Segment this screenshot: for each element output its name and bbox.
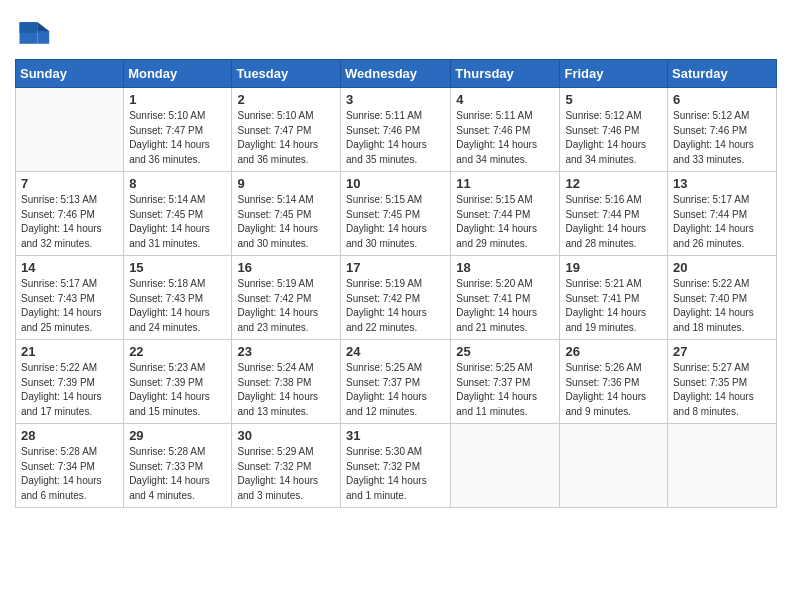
calendar-cell: 3Sunrise: 5:11 AM Sunset: 7:46 PM Daylig… bbox=[341, 88, 451, 172]
day-info: Sunrise: 5:17 AM Sunset: 7:43 PM Dayligh… bbox=[21, 277, 118, 335]
day-number: 2 bbox=[237, 92, 335, 107]
day-number: 20 bbox=[673, 260, 771, 275]
day-number: 23 bbox=[237, 344, 335, 359]
day-number: 14 bbox=[21, 260, 118, 275]
calendar-cell: 8Sunrise: 5:14 AM Sunset: 7:45 PM Daylig… bbox=[124, 172, 232, 256]
day-info: Sunrise: 5:14 AM Sunset: 7:45 PM Dayligh… bbox=[129, 193, 226, 251]
calendar-cell: 10Sunrise: 5:15 AM Sunset: 7:45 PM Dayli… bbox=[341, 172, 451, 256]
day-number: 5 bbox=[565, 92, 662, 107]
day-number: 30 bbox=[237, 428, 335, 443]
day-number: 21 bbox=[21, 344, 118, 359]
day-number: 19 bbox=[565, 260, 662, 275]
calendar-week-row: 28Sunrise: 5:28 AM Sunset: 7:34 PM Dayli… bbox=[16, 424, 777, 508]
day-info: Sunrise: 5:11 AM Sunset: 7:46 PM Dayligh… bbox=[456, 109, 554, 167]
calendar-cell: 29Sunrise: 5:28 AM Sunset: 7:33 PM Dayli… bbox=[124, 424, 232, 508]
calendar-week-row: 21Sunrise: 5:22 AM Sunset: 7:39 PM Dayli… bbox=[16, 340, 777, 424]
calendar-cell: 26Sunrise: 5:26 AM Sunset: 7:36 PM Dayli… bbox=[560, 340, 668, 424]
day-number: 16 bbox=[237, 260, 335, 275]
day-info: Sunrise: 5:19 AM Sunset: 7:42 PM Dayligh… bbox=[346, 277, 445, 335]
calendar-cell: 13Sunrise: 5:17 AM Sunset: 7:44 PM Dayli… bbox=[668, 172, 777, 256]
day-number: 7 bbox=[21, 176, 118, 191]
calendar-table: SundayMondayTuesdayWednesdayThursdayFrid… bbox=[15, 59, 777, 508]
calendar-cell: 23Sunrise: 5:24 AM Sunset: 7:38 PM Dayli… bbox=[232, 340, 341, 424]
main-container: SundayMondayTuesdayWednesdayThursdayFrid… bbox=[0, 0, 792, 523]
day-number: 1 bbox=[129, 92, 226, 107]
calendar-cell: 28Sunrise: 5:28 AM Sunset: 7:34 PM Dayli… bbox=[16, 424, 124, 508]
calendar-cell: 31Sunrise: 5:30 AM Sunset: 7:32 PM Dayli… bbox=[341, 424, 451, 508]
day-number: 26 bbox=[565, 344, 662, 359]
day-info: Sunrise: 5:16 AM Sunset: 7:44 PM Dayligh… bbox=[565, 193, 662, 251]
weekday-header-sunday: Sunday bbox=[16, 60, 124, 88]
day-number: 8 bbox=[129, 176, 226, 191]
day-number: 13 bbox=[673, 176, 771, 191]
day-number: 18 bbox=[456, 260, 554, 275]
day-info: Sunrise: 5:25 AM Sunset: 7:37 PM Dayligh… bbox=[346, 361, 445, 419]
day-info: Sunrise: 5:29 AM Sunset: 7:32 PM Dayligh… bbox=[237, 445, 335, 503]
day-info: Sunrise: 5:12 AM Sunset: 7:46 PM Dayligh… bbox=[565, 109, 662, 167]
day-info: Sunrise: 5:22 AM Sunset: 7:40 PM Dayligh… bbox=[673, 277, 771, 335]
calendar-cell: 12Sunrise: 5:16 AM Sunset: 7:44 PM Dayli… bbox=[560, 172, 668, 256]
calendar-cell: 21Sunrise: 5:22 AM Sunset: 7:39 PM Dayli… bbox=[16, 340, 124, 424]
day-info: Sunrise: 5:15 AM Sunset: 7:44 PM Dayligh… bbox=[456, 193, 554, 251]
day-number: 31 bbox=[346, 428, 445, 443]
weekday-header-wednesday: Wednesday bbox=[341, 60, 451, 88]
calendar-week-row: 14Sunrise: 5:17 AM Sunset: 7:43 PM Dayli… bbox=[16, 256, 777, 340]
day-info: Sunrise: 5:13 AM Sunset: 7:46 PM Dayligh… bbox=[21, 193, 118, 251]
day-number: 10 bbox=[346, 176, 445, 191]
calendar-cell: 11Sunrise: 5:15 AM Sunset: 7:44 PM Dayli… bbox=[451, 172, 560, 256]
day-info: Sunrise: 5:28 AM Sunset: 7:34 PM Dayligh… bbox=[21, 445, 118, 503]
svg-rect-4 bbox=[20, 22, 38, 33]
day-info: Sunrise: 5:15 AM Sunset: 7:45 PM Dayligh… bbox=[346, 193, 445, 251]
calendar-week-row: 1Sunrise: 5:10 AM Sunset: 7:47 PM Daylig… bbox=[16, 88, 777, 172]
calendar-cell: 2Sunrise: 5:10 AM Sunset: 7:47 PM Daylig… bbox=[232, 88, 341, 172]
calendar-cell: 19Sunrise: 5:21 AM Sunset: 7:41 PM Dayli… bbox=[560, 256, 668, 340]
day-number: 24 bbox=[346, 344, 445, 359]
day-number: 6 bbox=[673, 92, 771, 107]
header bbox=[15, 10, 777, 51]
calendar-cell: 6Sunrise: 5:12 AM Sunset: 7:46 PM Daylig… bbox=[668, 88, 777, 172]
day-number: 9 bbox=[237, 176, 335, 191]
calendar-cell: 25Sunrise: 5:25 AM Sunset: 7:37 PM Dayli… bbox=[451, 340, 560, 424]
calendar-cell: 17Sunrise: 5:19 AM Sunset: 7:42 PM Dayli… bbox=[341, 256, 451, 340]
weekday-header-row: SundayMondayTuesdayWednesdayThursdayFrid… bbox=[16, 60, 777, 88]
day-number: 25 bbox=[456, 344, 554, 359]
calendar-cell: 5Sunrise: 5:12 AM Sunset: 7:46 PM Daylig… bbox=[560, 88, 668, 172]
calendar-cell: 24Sunrise: 5:25 AM Sunset: 7:37 PM Dayli… bbox=[341, 340, 451, 424]
weekday-header-monday: Monday bbox=[124, 60, 232, 88]
day-info: Sunrise: 5:14 AM Sunset: 7:45 PM Dayligh… bbox=[237, 193, 335, 251]
weekday-header-saturday: Saturday bbox=[668, 60, 777, 88]
weekday-header-friday: Friday bbox=[560, 60, 668, 88]
weekday-header-thursday: Thursday bbox=[451, 60, 560, 88]
day-number: 15 bbox=[129, 260, 226, 275]
day-number: 17 bbox=[346, 260, 445, 275]
day-number: 11 bbox=[456, 176, 554, 191]
day-info: Sunrise: 5:18 AM Sunset: 7:43 PM Dayligh… bbox=[129, 277, 226, 335]
day-info: Sunrise: 5:22 AM Sunset: 7:39 PM Dayligh… bbox=[21, 361, 118, 419]
day-number: 29 bbox=[129, 428, 226, 443]
calendar-cell: 18Sunrise: 5:20 AM Sunset: 7:41 PM Dayli… bbox=[451, 256, 560, 340]
day-number: 27 bbox=[673, 344, 771, 359]
day-info: Sunrise: 5:19 AM Sunset: 7:42 PM Dayligh… bbox=[237, 277, 335, 335]
day-info: Sunrise: 5:12 AM Sunset: 7:46 PM Dayligh… bbox=[673, 109, 771, 167]
day-info: Sunrise: 5:30 AM Sunset: 7:32 PM Dayligh… bbox=[346, 445, 445, 503]
day-number: 4 bbox=[456, 92, 554, 107]
day-info: Sunrise: 5:17 AM Sunset: 7:44 PM Dayligh… bbox=[673, 193, 771, 251]
day-info: Sunrise: 5:20 AM Sunset: 7:41 PM Dayligh… bbox=[456, 277, 554, 335]
calendar-cell bbox=[451, 424, 560, 508]
calendar-cell bbox=[560, 424, 668, 508]
day-info: Sunrise: 5:28 AM Sunset: 7:33 PM Dayligh… bbox=[129, 445, 226, 503]
day-info: Sunrise: 5:24 AM Sunset: 7:38 PM Dayligh… bbox=[237, 361, 335, 419]
calendar-cell: 4Sunrise: 5:11 AM Sunset: 7:46 PM Daylig… bbox=[451, 88, 560, 172]
day-number: 28 bbox=[21, 428, 118, 443]
calendar-cell: 7Sunrise: 5:13 AM Sunset: 7:46 PM Daylig… bbox=[16, 172, 124, 256]
calendar-cell: 22Sunrise: 5:23 AM Sunset: 7:39 PM Dayli… bbox=[124, 340, 232, 424]
calendar-cell: 14Sunrise: 5:17 AM Sunset: 7:43 PM Dayli… bbox=[16, 256, 124, 340]
day-number: 3 bbox=[346, 92, 445, 107]
calendar-cell: 27Sunrise: 5:27 AM Sunset: 7:35 PM Dayli… bbox=[668, 340, 777, 424]
calendar-cell: 15Sunrise: 5:18 AM Sunset: 7:43 PM Dayli… bbox=[124, 256, 232, 340]
calendar-cell: 1Sunrise: 5:10 AM Sunset: 7:47 PM Daylig… bbox=[124, 88, 232, 172]
day-info: Sunrise: 5:26 AM Sunset: 7:36 PM Dayligh… bbox=[565, 361, 662, 419]
weekday-header-tuesday: Tuesday bbox=[232, 60, 341, 88]
logo bbox=[15, 15, 55, 51]
calendar-week-row: 7Sunrise: 5:13 AM Sunset: 7:46 PM Daylig… bbox=[16, 172, 777, 256]
